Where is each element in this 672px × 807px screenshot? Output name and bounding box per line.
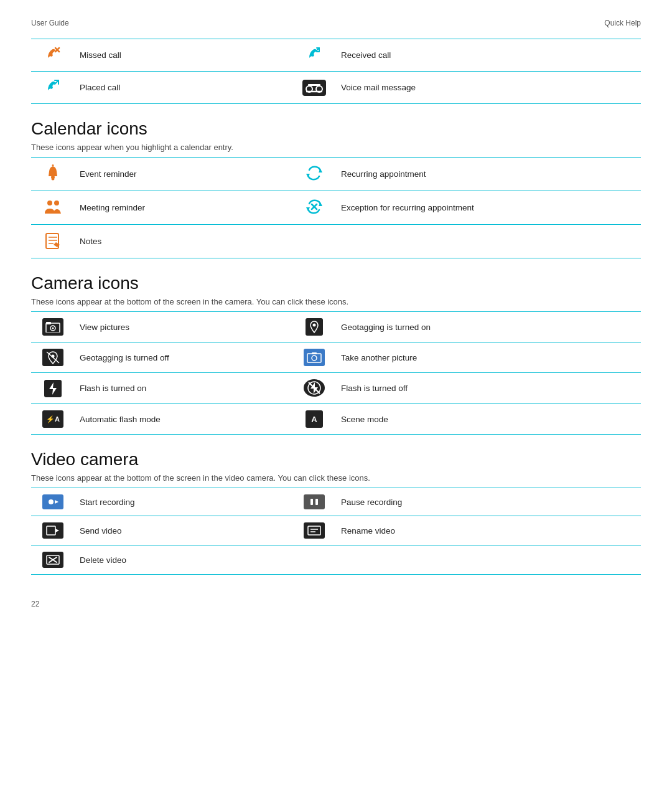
flash-on-icon (44, 380, 62, 397)
missed-call-label: Missed call (75, 39, 292, 72)
geotagging-on-label: Geotagging is turned on (336, 312, 641, 342)
notes-label: Notes (75, 225, 292, 258)
exception-recurring-label: Exception for recurring appointment (336, 191, 641, 225)
user-guide-label: User Guide (31, 19, 69, 27)
pause-recording-icon-cell (292, 488, 336, 516)
table-row: Delete video (31, 545, 641, 575)
notes-icon-cell (31, 225, 75, 258)
flash-off-label: Flash is turned off (336, 373, 641, 404)
svg-point-9 (52, 177, 55, 181)
notes-icon (44, 231, 62, 250)
view-pictures-label: View pictures (75, 312, 292, 342)
take-picture-icon-cell (292, 342, 336, 373)
camera-section-title: Camera icons (31, 273, 641, 293)
scene-mode-icon: A (306, 410, 323, 428)
pause-recording-label: Pause recording (336, 488, 641, 516)
svg-point-27 (52, 328, 54, 329)
geotagging-off-icon (42, 349, 63, 366)
voicemail-icon (302, 80, 326, 96)
calendar-icons-table: Event reminder Recurring appointment Mee… (31, 157, 641, 258)
received-call-icon-cell (292, 39, 336, 72)
received-call-icon (306, 45, 323, 63)
svg-rect-44 (308, 526, 320, 535)
table-row: Flash is turned on Flash is turned off (31, 373, 641, 404)
auto-flash-icon-cell: ⚡A (31, 404, 75, 435)
table-row: View pictures Geotagging is turned on (31, 312, 641, 342)
placed-call-label: Placed call (75, 72, 292, 104)
table-row: Placed call Voice mail message (31, 72, 641, 104)
svg-point-13 (47, 201, 52, 205)
pause-recording-icon (304, 494, 325, 509)
video-section-desc: These icons appear at the bottom of the … (31, 473, 641, 483)
view-pictures-icon-cell (31, 312, 75, 342)
table-row: Event reminder Recurring appointment (31, 158, 641, 191)
missed-call-icon (44, 45, 62, 63)
recurring-icon-cell (292, 158, 336, 191)
meeting-reminder-icon (44, 197, 62, 216)
svg-point-38 (49, 499, 54, 504)
flash-off-icon (304, 379, 325, 397)
send-video-icon-cell (31, 516, 75, 545)
flash-on-label: Flash is turned on (75, 373, 292, 404)
send-video-label: Send video (75, 516, 292, 545)
svg-rect-31 (307, 354, 321, 362)
camera-section-desc: These icons appear at the bottom of the … (31, 297, 641, 306)
auto-flash-icon: ⚡A (42, 410, 63, 428)
video-section-title: Video camera (31, 450, 641, 470)
delete-video-label: Delete video (75, 545, 292, 575)
table-row: ⚡A Automatic flash mode A Scene mode (31, 404, 641, 435)
start-recording-icon-cell (31, 488, 75, 516)
received-call-label: Received call (336, 39, 641, 72)
geotagging-off-label: Geotagging is turned off (75, 342, 292, 373)
svg-point-32 (312, 356, 317, 361)
scene-mode-icon-cell: A (292, 404, 336, 435)
recurring-appointment-label: Recurring appointment (336, 158, 641, 191)
table-row: Send video Rename video (31, 516, 641, 545)
geotagging-on-icon (306, 318, 323, 336)
geotagging-off-icon-cell (31, 342, 75, 373)
svg-rect-7 (308, 84, 320, 86)
svg-rect-10 (52, 164, 54, 166)
table-row: Geotagging is turned off Take another pi… (31, 342, 641, 373)
svg-rect-41 (315, 499, 318, 505)
meeting-reminder-icon-cell (31, 191, 75, 225)
auto-flash-label: Automatic flash mode (75, 404, 292, 435)
page-number: 22 (31, 600, 641, 608)
rename-video-label: Rename video (336, 516, 641, 545)
svg-rect-33 (312, 352, 317, 354)
svg-marker-43 (55, 529, 59, 532)
flash-on-icon-cell (31, 373, 75, 404)
svg-rect-40 (310, 499, 313, 505)
delete-video-icon-cell (31, 545, 75, 575)
call-icons-table: Missed call Received call Placed call (31, 39, 641, 104)
exception-icon-cell (292, 191, 336, 225)
svg-rect-42 (47, 526, 55, 535)
svg-rect-25 (46, 322, 51, 324)
svg-point-28 (313, 324, 316, 327)
start-recording-icon (42, 494, 63, 509)
table-row: Notes (31, 225, 641, 258)
table-row: Start recording Pause recording (31, 488, 641, 516)
quick-help-label: Quick Help (604, 19, 641, 27)
view-pictures-icon (42, 318, 63, 336)
exception-recurring-icon (305, 197, 324, 216)
svg-marker-34 (49, 382, 57, 395)
missed-call-icon-cell (31, 39, 75, 72)
flash-off-icon-cell (292, 373, 336, 404)
camera-icons-table: View pictures Geotagging is turned on Ge… (31, 311, 641, 435)
calendar-section-desc: These icons appear when you highlight a … (31, 143, 641, 152)
meeting-reminder-label: Meeting reminder (75, 191, 292, 225)
placed-call-icon-cell (31, 72, 75, 104)
send-video-icon (42, 522, 63, 539)
take-picture-label: Take another picture (336, 342, 641, 373)
voicemail-label: Voice mail message (336, 72, 641, 104)
geotagging-on-icon-cell (292, 312, 336, 342)
placed-call-icon (44, 78, 62, 95)
voicemail-icon-cell (292, 72, 336, 104)
scene-mode-label: Scene mode (336, 404, 641, 435)
page-header: User Guide Quick Help (31, 19, 641, 27)
calendar-section-title: Calendar icons (31, 119, 641, 139)
video-icons-table: Start recording Pause recording Send vid… (31, 488, 641, 575)
delete-video-icon (42, 552, 63, 568)
recurring-appointment-icon (305, 164, 324, 182)
